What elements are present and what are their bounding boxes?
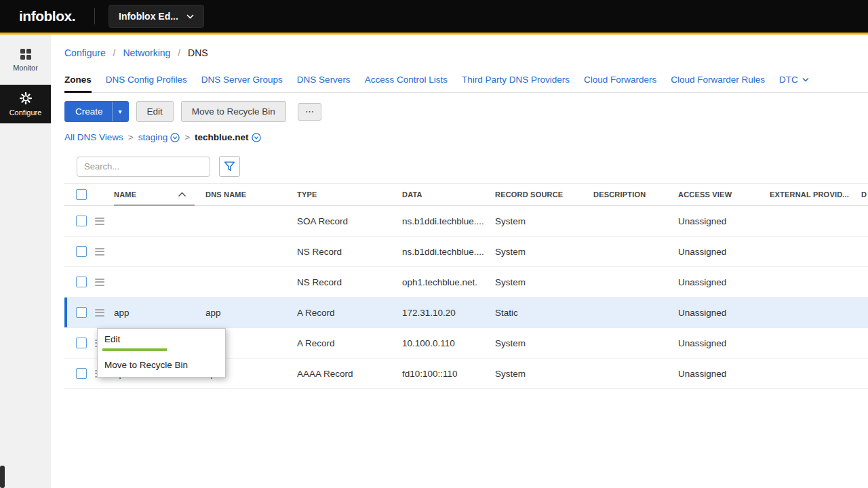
tab-cloud-forwarders[interactable]: Cloud Forwarders — [584, 75, 656, 93]
sidebar-item-label: Configure — [9, 108, 42, 117]
search-row — [77, 156, 868, 177]
funnel-icon — [224, 161, 235, 172]
tab-dns-server-groups[interactable]: DNS Server Groups — [201, 75, 283, 93]
tab-access-control-lists[interactable]: Access Control Lists — [365, 75, 448, 93]
cell-data: oph1.techblue.net. — [402, 277, 495, 287]
tab-label: Cloud Forwarder Rules — [671, 75, 765, 85]
column-header-record_source[interactable]: RECORD SOURCE — [495, 184, 593, 205]
row-menu-icon[interactable] — [95, 279, 104, 286]
move-to-recycle-bin-button[interactable]: Move to Recycle Bin — [181, 101, 286, 122]
sidebar-scrollbar[interactable] — [0, 466, 5, 488]
cell-record_source: System — [495, 338, 593, 348]
cell-type: NS Record — [297, 277, 402, 287]
tab-label: Third Party DNS Providers — [462, 75, 570, 85]
tab-bar: ZonesDNS Config ProfilesDNS Server Group… — [64, 75, 868, 93]
cell-access_view: Unassigned — [678, 247, 770, 257]
view-path-separator: > — [184, 132, 190, 142]
search-input[interactable] — [77, 157, 210, 177]
tab-dns-servers[interactable]: DNS Servers — [297, 75, 351, 93]
filter-button[interactable] — [219, 156, 240, 177]
row-checkbox[interactable] — [76, 246, 87, 257]
tab-dtc[interactable]: DTC — [779, 75, 809, 93]
column-header-dns_name[interactable]: DNS NAME — [205, 184, 297, 205]
column-header-d[interactable]: D — [861, 184, 868, 205]
table-row[interactable]: appappA Record172.31.10.20StaticUnassign… — [64, 298, 868, 328]
menu-active-indicator — [102, 348, 167, 351]
main-content: Configure / Networking / DNS ZonesDNS Co… — [51, 35, 868, 488]
cell-dns_name: app — [205, 308, 297, 318]
row-checkbox[interactable] — [76, 368, 87, 379]
staging-view-link[interactable]: staging — [138, 132, 168, 142]
table-row[interactable]: NS Recordns.b1ddi.techblue....SystemUnas… — [64, 237, 868, 267]
more-actions-button[interactable]: ⋯ — [298, 103, 321, 121]
column-header-label: DESCRIPTION — [593, 190, 646, 199]
row-checkbox[interactable] — [76, 338, 87, 348]
cell-type: A Record — [297, 308, 402, 318]
tab-cloud-forwarder-rules[interactable]: Cloud Forwarder Rules — [671, 75, 765, 93]
zone-name-label: techblue.net — [195, 132, 249, 142]
top-header: infoblox. Infoblox Ed... — [0, 0, 868, 35]
breadcrumb-link-networking[interactable]: Networking — [123, 47, 170, 58]
tab-label: Zones — [64, 75, 92, 85]
menu-item-edit[interactable]: Edit — [98, 329, 225, 348]
chevron-down-icon — [186, 14, 194, 19]
chevron-down-icon[interactable]: ▾ — [113, 108, 128, 115]
chevron-down-icon — [802, 77, 809, 82]
cell-type: A Record — [297, 338, 402, 348]
cell-access_view: Unassigned — [678, 308, 770, 318]
column-header-label: DATA — [402, 190, 422, 199]
select-all-checkbox[interactable] — [76, 189, 87, 200]
table-row[interactable]: NS Recordoph1.techblue.net.SystemUnassig… — [64, 267, 868, 298]
cell-access_view: Unassigned — [678, 277, 770, 287]
header-divider — [94, 8, 95, 24]
breadcrumb-separator: / — [113, 47, 116, 58]
row-menu-icon[interactable] — [95, 309, 104, 317]
row-checkbox[interactable] — [76, 216, 87, 226]
breadcrumb-link-configure[interactable]: Configure — [64, 47, 106, 58]
create-button[interactable]: Create ▾ — [64, 101, 129, 122]
table-row[interactable]: SOA Recordns.b1ddi.techblue....SystemUna… — [64, 206, 868, 237]
sidebar: Monitor Configure — [0, 35, 51, 488]
cell-name: app — [114, 308, 205, 318]
tab-dns-config-profiles[interactable]: DNS Config Profiles — [106, 75, 187, 93]
create-button-label: Create — [75, 106, 103, 117]
column-header-name[interactable]: NAME — [114, 184, 205, 205]
sidebar-item-monitor[interactable]: Monitor — [0, 41, 51, 79]
zone-dropdown-icon[interactable] — [252, 133, 261, 142]
column-header-data[interactable]: DATA — [402, 184, 495, 205]
row-menu-icon[interactable] — [95, 218, 104, 225]
staging-dropdown-icon[interactable] — [170, 133, 180, 142]
breadcrumb: Configure / Networking / DNS — [64, 47, 868, 58]
column-header-type[interactable]: TYPE — [297, 184, 402, 205]
cell-record_source: Static — [495, 308, 593, 318]
table-header-row: NAMEDNS NAMETYPEDATARECORD SOURCEDESCRIP… — [64, 183, 868, 206]
column-header-label: ACCESS VIEW — [678, 190, 732, 199]
row-checkbox[interactable] — [76, 307, 87, 318]
context-menu: Edit Move to Recycle Bin — [97, 328, 226, 378]
cell-data: fd10:100::110 — [402, 369, 495, 379]
column-header-description[interactable]: DESCRIPTION — [593, 184, 678, 205]
grid-icon — [20, 49, 31, 60]
column-header-external_provider[interactable]: EXTERNAL PROVID... — [770, 184, 861, 205]
cell-type: SOA Record — [297, 216, 402, 226]
breadcrumb-separator: / — [178, 47, 180, 58]
ellipsis-icon: ⋯ — [305, 106, 314, 117]
row-menu-icon[interactable] — [95, 248, 104, 256]
all-dns-views-link[interactable]: All DNS Views — [64, 132, 123, 142]
sort-asc-icon — [178, 192, 186, 197]
app-switcher-dropdown[interactable]: Infoblox Ed... — [108, 5, 204, 28]
menu-item-move-to-recycle-bin[interactable]: Move to Recycle Bin — [98, 354, 225, 373]
tab-label: DNS Config Profiles — [106, 75, 187, 85]
cell-record_source: System — [495, 369, 593, 379]
tab-label: Cloud Forwarders — [584, 75, 656, 85]
sidebar-item-label: Monitor — [13, 64, 38, 72]
column-header-label: EXTERNAL PROVID... — [770, 190, 849, 199]
sidebar-item-configure[interactable]: Configure — [0, 85, 51, 123]
row-checkbox[interactable] — [76, 277, 87, 287]
tab-third-party-dns-providers[interactable]: Third Party DNS Providers — [462, 75, 570, 93]
column-header-label: NAME — [114, 190, 136, 199]
column-header-access_view[interactable]: ACCESS VIEW — [678, 184, 770, 205]
tab-zones[interactable]: Zones — [64, 75, 92, 93]
edit-button[interactable]: Edit — [136, 101, 174, 122]
cell-data: ns.b1ddi.techblue.... — [402, 247, 495, 257]
